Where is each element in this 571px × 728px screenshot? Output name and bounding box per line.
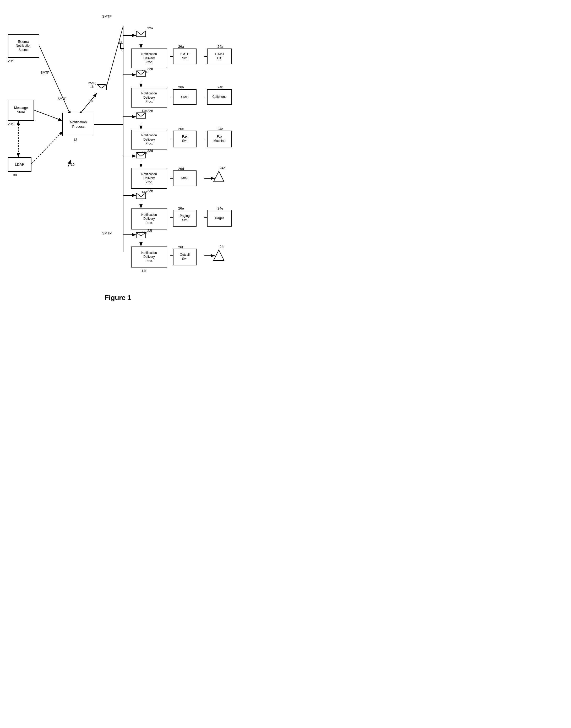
mwi-label: MWI (181, 176, 189, 181)
svg-marker-45 (214, 171, 224, 182)
cellphone-box: Cellphone (207, 89, 232, 105)
figure-title: Figure 1 (0, 294, 236, 307)
nd-14b-label: Notification Delivery Proc. (141, 92, 157, 104)
ref-22a: 22a (147, 26, 153, 30)
ref-24f: 24f (220, 245, 224, 249)
ref-22e: 22e (147, 189, 153, 193)
cellphone-label: Cellphone (212, 95, 226, 99)
external-notification-source-label: External Notification Source (16, 40, 31, 52)
phone-icon-24d (212, 170, 225, 183)
ldap-box: LDAP (8, 157, 31, 172)
ref-26c: 26c (178, 127, 184, 131)
plug-icon-28 (119, 43, 124, 51)
paging-svr-label: Paging Svr. (180, 214, 190, 222)
ref-26d: 26d (178, 167, 184, 171)
svg-rect-36 (121, 43, 123, 49)
fax-svr-label: Fax Svr. (182, 135, 188, 143)
fax-machine-box: Fax Machine (207, 130, 232, 148)
smtp-svr-label: SMTP Svr. (180, 52, 189, 60)
nd-14c-box: Notification Delivery Proc. (131, 130, 167, 150)
ldap-label: LDAP (15, 162, 25, 167)
smtp-ens-label: SMTP (40, 71, 49, 75)
svg-line-8 (107, 26, 123, 86)
server-icon-22a (136, 28, 146, 37)
ref-26b: 26b (178, 85, 184, 89)
ref-22c: 22c (147, 109, 153, 113)
nd-14e-label: Notification Delivery Proc. (141, 213, 157, 225)
sms-label: SMS (181, 95, 189, 99)
ref-14f: 14f (141, 269, 146, 273)
outcall-svr-label: Outcall Svr. (180, 253, 190, 261)
smtp-top-label: SMTP (102, 14, 112, 18)
nd-14a-box: Notification Delivery Proc. (131, 49, 167, 68)
ref-22f: 22f (147, 229, 152, 233)
ref-24d: 24d (220, 166, 225, 170)
svg-line-4 (34, 110, 63, 121)
ref-10-arrow (64, 157, 72, 168)
ref-20a: 20a (8, 122, 14, 126)
ref-24a: 24a (218, 44, 223, 49)
ref-24b: 24b (218, 85, 223, 89)
pager-box: Pager (207, 210, 232, 226)
svg-line-39 (68, 160, 71, 167)
nd-14f-box: Notification Delivery Proc. (131, 247, 167, 268)
ref-24e: 24e (218, 206, 223, 210)
nd-14e-box: Notification Delivery Proc. (131, 208, 167, 230)
server-icon-22f (136, 230, 146, 238)
nd-14c-label: Notification Delivery Proc. (141, 133, 157, 146)
ref-26a: 26a (178, 44, 184, 49)
smtp-svr-box: SMTP Svr. (173, 49, 197, 64)
message-store-box: Message Store (8, 100, 34, 121)
server-icon-22c (136, 110, 146, 118)
svg-line-7 (79, 93, 97, 115)
paging-svr-box: Paging Svr. (173, 210, 197, 226)
nd-14b-box: Notification Delivery Proc. (131, 88, 167, 107)
message-store-label: Message Store (14, 106, 28, 115)
nd-14a-label: Notification Delivery Proc. (141, 52, 157, 65)
ref-22d: 22d (147, 149, 153, 153)
nd-14f-label: Notification Delivery Proc. (141, 251, 157, 263)
svg-marker-48 (214, 250, 224, 260)
ref-24c: 24c (218, 127, 223, 131)
outcall-svr-box: Outcall Svr. (173, 249, 197, 265)
ref-22b: 22b (147, 67, 153, 71)
external-notification-source-box: External Notification Source (8, 34, 39, 58)
server-icon-22d (136, 150, 146, 158)
phone-icon-24f (212, 249, 225, 262)
server-icon-22b (136, 68, 146, 77)
nd-14d-label: Notification Delivery Proc. (141, 172, 157, 185)
notification-process-box: Notification Process (63, 113, 94, 136)
sms-box: SMS (173, 89, 197, 105)
ref-12: 12 (73, 138, 77, 142)
svg-line-6 (29, 131, 63, 167)
ref-20b: 20b (8, 59, 14, 63)
fax-svr-box: Fax Svr. (173, 130, 197, 148)
mwi-box: MWI (173, 171, 197, 186)
fax-machine-label: Fax Machine (214, 135, 225, 143)
smtp-bottom-label: SMTP (102, 231, 112, 235)
server-icon-16 (96, 82, 107, 90)
smtp-18-label: SMTP (58, 97, 66, 101)
ref-18: 18 (89, 99, 93, 103)
ref-26f: 26f (178, 245, 183, 249)
svg-line-3 (39, 46, 71, 115)
pager-label: Pager (215, 216, 224, 220)
diagram-container: External Notification Source 20b Message… (0, 0, 236, 288)
imap-label: IMAP,16 (88, 81, 96, 89)
email-clt-box: E-Mail Clt. (207, 49, 232, 64)
server-icon-22e (136, 190, 146, 199)
ref-30: 30 (13, 173, 17, 177)
ref-26e: 26e (178, 206, 184, 210)
nd-14d-box: Notification Delivery Proc. (131, 168, 167, 189)
notification-process-label: Notification Process (70, 120, 87, 129)
email-clt-label: E-Mail Clt. (215, 52, 224, 60)
